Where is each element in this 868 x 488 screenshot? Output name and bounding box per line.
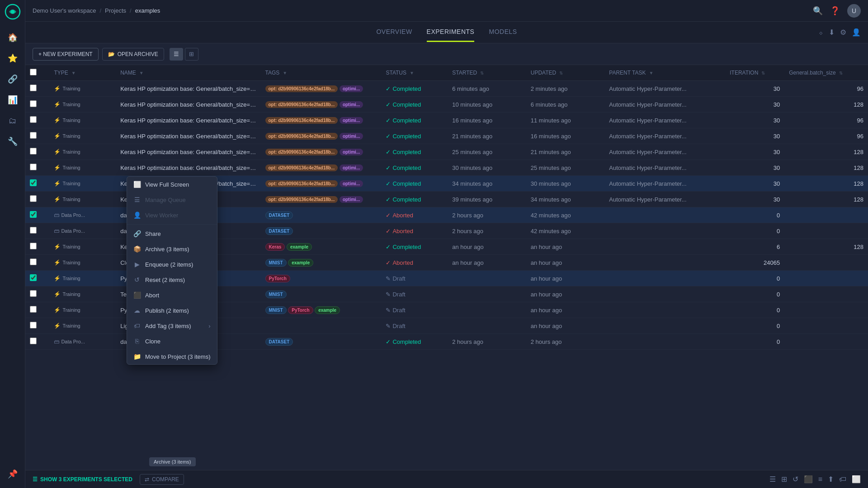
row-checkbox[interactable] (30, 227, 37, 234)
row-name[interactable]: Keras HP optimization base: General/batc… (116, 97, 260, 113)
history-icon[interactable]: ↺ (793, 475, 798, 483)
header-type[interactable]: TYPE ▼ (49, 65, 116, 81)
header-tags[interactable]: TAGS ▼ (261, 65, 382, 81)
sidebar-item-experiments[interactable]: ⭐ (4, 49, 22, 67)
row-name[interactable]: Keras HP optimization base: General/batc… (116, 128, 260, 144)
context-menu-item-move_to_project[interactable]: 📁 Move to Project (3 items) (127, 349, 217, 364)
row-started: 2 hours ago (448, 334, 526, 350)
context-menu-item-enqueue[interactable]: ▶ Enqueue (2 items) (127, 257, 217, 272)
graph-icon[interactable]: ⊞ (781, 475, 787, 483)
sidebar-item-home[interactable]: 🏠 (4, 28, 22, 47)
header-batch-size[interactable]: General.batch_size ⇅ (784, 65, 868, 81)
context-menu-item-reset[interactable]: ↺ Reset (2 items) (127, 272, 217, 287)
row-checkbox-cell (25, 302, 49, 318)
row-name[interactable]: Keras HP optimization base: General/batc… (116, 113, 260, 128)
stop-icon[interactable]: ⬛ (804, 475, 813, 483)
new-experiment-button[interactable]: + NEW EXPERIMENT (33, 48, 99, 61)
row-checkbox[interactable] (30, 195, 37, 202)
row-parent: Automatic Hyper-Parameter... (604, 176, 725, 192)
row-name[interactable]: Keras HP optimization base: General/batc… (116, 81, 260, 97)
select-all-checkbox[interactable] (30, 69, 37, 75)
row-type: 🗃 Data Pro... (49, 223, 116, 239)
type-label: Training (62, 323, 80, 328)
code-icon[interactable]: ≡ (818, 475, 822, 483)
type-icon: ⚡ (54, 196, 61, 202)
breadcrumb-projects[interactable]: Projects (105, 7, 126, 14)
context-menu-label-abort: Abort (145, 292, 159, 299)
row-checkbox[interactable] (30, 306, 37, 313)
tag-icon[interactable]: 🏷 (839, 475, 846, 483)
row-status: ✓Completed (381, 144, 448, 160)
context-menu-item-add_tag[interactable]: 🏷 Add Tag (3 items) › (127, 318, 217, 333)
tabbar-actions: ⬦ ⬇ ⚙ 👤 (819, 28, 861, 37)
row-checkbox[interactable] (30, 258, 37, 265)
context-menu-item-abort[interactable]: ⬛ Abort (127, 287, 217, 303)
tag: example (288, 259, 313, 267)
tab-overview[interactable]: OVERVIEW (376, 23, 412, 42)
grid-view-button[interactable]: ⊞ (185, 48, 198, 61)
row-checkbox[interactable] (30, 290, 37, 297)
download-icon[interactable]: ⬇ (829, 28, 835, 37)
row-checkbox[interactable] (30, 211, 37, 218)
row-checkbox[interactable] (30, 116, 37, 123)
sidebar-item-settings[interactable]: 🔧 (4, 132, 22, 150)
header-name[interactable]: NAME ▼ (116, 65, 260, 81)
compare-button[interactable]: ⇄ COMPARE (140, 474, 184, 485)
row-checkbox[interactable] (30, 84, 37, 91)
context-menu-item-archive[interactable]: 📦 Archive (3 items) (127, 241, 217, 257)
row-checkbox[interactable] (30, 100, 37, 107)
context-menu-item-view_fullscreen[interactable]: ⬜ View Full Screen (127, 177, 217, 192)
row-name[interactable]: Keras HP optimization base: General/batc… (116, 144, 260, 160)
user-icon[interactable]: 👤 (852, 28, 861, 37)
row-name[interactable]: Keras HP optimization base: General/batc… (116, 160, 260, 176)
row-checkbox[interactable] (30, 132, 37, 139)
sidebar-item-pin[interactable]: 📌 (4, 465, 22, 483)
settings-icon[interactable]: ⚙ (840, 28, 846, 37)
row-checkbox[interactable] (30, 148, 37, 155)
context-menu-item-publish[interactable]: ☁ Publish (2 items) (127, 303, 217, 318)
sidebar-item-pipelines[interactable]: 🔗 (4, 70, 22, 88)
row-checkbox[interactable] (30, 179, 37, 186)
header-updated[interactable]: UPDATED ⇅ (526, 65, 605, 81)
row-parent: Automatic Hyper-Parameter... (604, 81, 725, 97)
row-updated: an hour ago (526, 239, 605, 255)
move-icon[interactable]: ⬜ (852, 475, 861, 483)
upload-icon[interactable]: ⬆ (828, 475, 834, 483)
filter-icon[interactable]: ⬦ (819, 28, 823, 37)
status-icon: ✓ (386, 338, 391, 345)
type-label: Training (62, 307, 80, 313)
breadcrumb-current[interactable]: examples (135, 7, 160, 14)
sidebar-item-reports[interactable]: 🗂 (4, 112, 22, 130)
context-menu-item-share[interactable]: 🔗 Share (127, 226, 217, 241)
row-checkbox[interactable] (30, 274, 37, 281)
row-started: an hour ago (448, 239, 526, 255)
context-menu-icon-archive: 📦 (133, 245, 141, 253)
row-checkbox[interactable] (30, 164, 37, 170)
header-started[interactable]: STARTED ⇅ (448, 65, 526, 81)
table-row: ⚡ Training Keras HP optimization base: G… (25, 160, 868, 176)
tag: MNIST (265, 291, 287, 298)
header-iteration[interactable]: ITERATION ⇅ (725, 65, 784, 81)
row-checkbox-cell (25, 113, 49, 128)
row-status: ✓Completed (381, 160, 448, 176)
list-view-button[interactable]: ☰ (170, 48, 183, 61)
header-parent[interactable]: PARENT TASK ▼ (604, 65, 725, 81)
tab-experiments[interactable]: EXPERIMENTS (427, 23, 475, 42)
row-checkbox[interactable] (30, 243, 37, 249)
list-icon[interactable]: ☰ (769, 475, 776, 483)
sidebar-item-datasets[interactable]: 📊 (4, 91, 22, 109)
type-icon: 🗃 (54, 228, 59, 234)
row-tags: Keras example (261, 239, 382, 255)
tab-models[interactable]: MODELS (489, 23, 517, 42)
selected-count[interactable]: ☰ SHOW 3 EXPERIMENTS SELECTED (33, 476, 132, 483)
breadcrumb-workspace[interactable]: Demo User's workspace (33, 7, 96, 14)
context-menu-item-clone[interactable]: ⎘ Clone (127, 333, 217, 349)
row-checkbox[interactable] (30, 322, 37, 328)
header-status[interactable]: STATUS ▼ (381, 65, 448, 81)
open-archive-button[interactable]: 📂 OPEN ARCHIVE (102, 48, 164, 61)
avatar[interactable]: U (847, 4, 861, 18)
search-icon[interactable]: 🔍 (813, 6, 823, 16)
row-checkbox[interactable] (30, 338, 37, 344)
help-icon[interactable]: ❓ (830, 6, 840, 16)
logo[interactable] (5, 4, 21, 20)
